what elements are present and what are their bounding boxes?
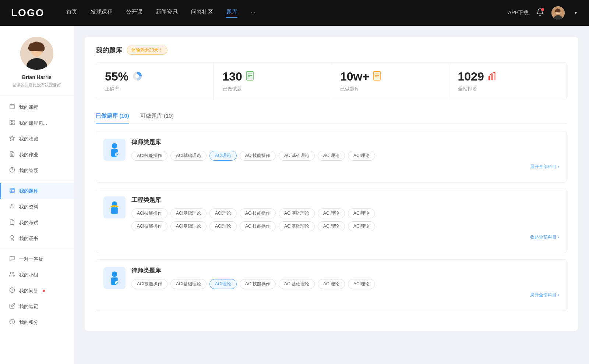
tag-l1-3[interactable]: ACI技能操作 [240, 151, 276, 161]
tag-l1-1[interactable]: ACI基础理论 [170, 151, 207, 161]
section-name-engineer: 工程类题库 [131, 196, 559, 204]
divider-1 [0, 181, 74, 181]
stat-value-accuracy: 55% [105, 70, 128, 83]
notification-bell[interactable] [536, 8, 544, 18]
nav-menu: 首页 发现课程 公开课 新闻资讯 问答社区 题库 ··· [66, 8, 508, 18]
tag-e-0-1[interactable]: ACI基础理论 [170, 208, 207, 218]
tag-e-0-4[interactable]: ACI基础理论 [279, 208, 315, 218]
tag-l2-0[interactable]: ACI技能操作 [131, 279, 167, 289]
sidebar-item-notes[interactable]: 我的笔记 [0, 299, 74, 314]
tag-e-0-3[interactable]: ACI技能操作 [240, 208, 276, 218]
nav-news[interactable]: 新闻资讯 [156, 8, 178, 18]
sidebar-item-private-qa[interactable]: 一对一答疑 [0, 251, 74, 267]
sidebar-item-points[interactable]: 我的积分 [0, 314, 74, 330]
logo: LOGO [11, 7, 44, 19]
sidebar-item-profile[interactable]: 我的资料 [0, 199, 74, 215]
sidebar-item-coursepack[interactable]: 我的课程包... [0, 115, 74, 131]
chart-red-icon [488, 71, 497, 83]
qbank-section-engineer: 工程类题库 ACI技能操作 ACI基础理论 ACI理论 ACI技能操作 ACI基… [96, 189, 567, 253]
tag-e-0-5[interactable]: ACI理论 [318, 208, 345, 218]
section-name-lawyer-2: 律师类题库 [131, 267, 559, 275]
svg-rect-11 [13, 123, 14, 125]
tag-e-1-1[interactable]: ACI基础理论 [170, 221, 207, 231]
sidebar-label-points: 我的积分 [19, 319, 38, 326]
sidebar-item-groups[interactable]: 我的小组 [0, 267, 74, 283]
tag-e-1-2[interactable]: ACI理论 [209, 221, 237, 231]
sidebar-menu: 我的课程 我的课程包... 我的收藏 我的作业 [0, 96, 74, 334]
sidebar-label-favorites: 我的收藏 [19, 136, 38, 142]
tag-e-1-6[interactable]: ACI理论 [348, 221, 375, 231]
sidebar-label-profile: 我的资料 [19, 204, 38, 210]
tag-e-0-0[interactable]: ACI技能操作 [131, 208, 167, 218]
collapse-link-engineer[interactable]: 收起全部科目 › [131, 234, 559, 240]
sidebar-item-course[interactable]: 我的课程 [0, 99, 74, 115]
nav-more[interactable]: ··· [251, 8, 255, 18]
tag-l2-4[interactable]: ACI基础理论 [279, 279, 315, 289]
nav-opencourse[interactable]: 公开课 [126, 8, 142, 18]
stat-label-rank: 全站排名 [458, 86, 558, 92]
myqa-badge [43, 290, 45, 292]
user-avatar[interactable] [551, 6, 565, 19]
tag-l2-6[interactable]: ACI理论 [348, 279, 375, 289]
sidebar: Brian Harris 错误的决定比没有决定要好 我的课程 我的课程包... [0, 26, 74, 364]
nav-questionbank[interactable]: 题库 [226, 8, 237, 18]
tag-l1-2[interactable]: ACI理论 [209, 151, 237, 161]
course-icon [9, 104, 15, 111]
tag-l2-2[interactable]: ACI理论 [209, 279, 237, 289]
private-qa-icon [9, 256, 15, 263]
tag-l1-5[interactable]: ACI理论 [318, 151, 345, 161]
tag-l1-0[interactable]: ACI技能操作 [131, 151, 167, 161]
sidebar-item-questionbank[interactable]: 我的题库 [0, 183, 74, 199]
svg-rect-6 [10, 104, 14, 109]
sidebar-label-notes: 我的笔记 [19, 303, 38, 310]
sidebar-item-homework[interactable]: 我的作业 [0, 147, 74, 163]
svg-marker-12 [10, 136, 14, 140]
tag-l1-4[interactable]: ACI基础理论 [279, 151, 315, 161]
tag-l2-3[interactable]: ACI技能操作 [240, 279, 276, 289]
svg-point-50 [115, 281, 119, 285]
svg-point-28 [135, 74, 139, 78]
doc-green-icon [246, 71, 255, 83]
app-download-link[interactable]: APP下载 [508, 10, 529, 16]
questionbank-container: 我的题库 体验剩余23天！ 55% [85, 37, 578, 331]
tag-e-1-5[interactable]: ACI理论 [318, 221, 345, 231]
expand-link-lawyer-2[interactable]: 展开全部科目 › [131, 292, 559, 298]
notes-icon [9, 303, 15, 310]
tag-e-1-0[interactable]: ACI技能操作 [131, 221, 167, 231]
tag-l2-1[interactable]: ACI基础理论 [170, 279, 207, 289]
nav-qa[interactable]: 问答社区 [191, 8, 213, 18]
section-name-lawyer-1: 律师类题库 [131, 139, 559, 146]
svg-point-43 [112, 143, 117, 149]
tab-available[interactable]: 可做题库 (10) [140, 109, 174, 123]
nav-home[interactable]: 首页 [66, 8, 77, 18]
nav-discover[interactable]: 发现课程 [91, 8, 113, 18]
section-header-lawyer-1: 律师类题库 ACI技能操作 ACI基础理论 ACI理论 ACI技能操作 ACI基… [103, 139, 559, 170]
sidebar-label-questionbank: 我的题库 [19, 188, 38, 195]
sidebar-item-exam[interactable]: 我的考试 [0, 215, 74, 231]
sidebar-item-favorites[interactable]: 我的收藏 [0, 131, 74, 147]
tag-e-1-3[interactable]: ACI技能操作 [240, 221, 276, 231]
qbank-section-lawyer-2: 律师类题库 ACI技能操作 ACI基础理论 ACI理论 ACI技能操作 ACI基… [96, 259, 567, 311]
section-header-engineer: 工程类题库 ACI技能操作 ACI基础理论 ACI理论 ACI技能操作 ACI基… [103, 196, 559, 240]
sidebar-item-myqa[interactable]: 我的问答 [0, 283, 74, 299]
tag-e-1-4[interactable]: ACI基础理论 [279, 221, 315, 231]
qbank-tabs: 已做题库 (10) 可做题库 (10) [96, 109, 567, 124]
tag-l1-6[interactable]: ACI理论 [348, 151, 375, 161]
sidebar-item-qa[interactable]: 我的答疑 [0, 163, 74, 178]
favorites-icon [9, 135, 15, 142]
navbar: LOGO 首页 发现课程 公开课 新闻资讯 问答社区 题库 ··· APP下载 … [0, 0, 589, 26]
user-dropdown-arrow[interactable]: ▼ [574, 10, 578, 15]
tag-e-0-6[interactable]: ACI理论 [348, 208, 375, 218]
tag-l2-5[interactable]: ACI理论 [318, 279, 345, 289]
tab-done[interactable]: 已做题库 (10) [96, 109, 129, 123]
expand-link-lawyer-1[interactable]: 展开全部科目 › [131, 164, 559, 170]
main-content: 我的题库 体验剩余23天！ 55% [74, 26, 589, 364]
sidebar-label-myqa: 我的问答 [19, 288, 38, 294]
page-container: Brian Harris 错误的决定比没有决定要好 我的课程 我的课程包... [0, 0, 589, 364]
svg-rect-17 [10, 188, 14, 193]
stat-value-rank: 1029 [458, 70, 484, 83]
stat-top-done: 130 [223, 70, 322, 83]
svg-rect-9 [13, 120, 14, 122]
sidebar-item-certificate[interactable]: 我的证书 [0, 231, 74, 246]
tag-e-0-2[interactable]: ACI理论 [209, 208, 237, 218]
